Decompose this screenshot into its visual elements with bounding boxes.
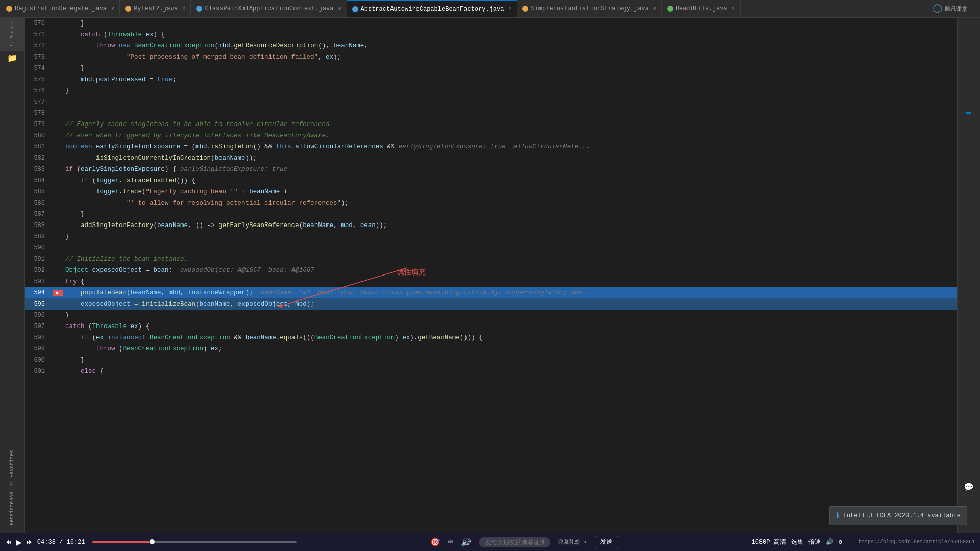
barrage-icon[interactable]: 🎯 [430, 537, 440, 547]
skip-forward-icon[interactable]: ⏭ [26, 538, 33, 546]
tab-label-abstractautowire: AbstractAutowireCapableBeanFactory.java [361, 6, 504, 13]
quality-label[interactable]: 1080P 高清 [752, 538, 786, 546]
line-num-588: 588 [24, 222, 53, 229]
line-num-600: 600 [24, 357, 53, 364]
code-line-600: 600 } [24, 355, 957, 366]
line-code-580: // even when triggered by lifecycle inte… [63, 130, 957, 141]
tab-simpleinstantiation[interactable]: SimpleInstantiationStrategy.java × [517, 0, 662, 18]
speed-label[interactable]: 倍速 [808, 538, 821, 546]
tab-close-classpathxml[interactable]: × [338, 6, 341, 12]
code-line-584: 584 if (logger.isTraceEnabled()) { [24, 175, 957, 186]
line-num-587: 587 [24, 211, 53, 218]
tab-classpathxml[interactable]: ClassPathXmlApplicationContext.java × [191, 0, 347, 18]
code-area: 570 } 571 catch (Throwable ex) { 572 thr… [24, 18, 957, 533]
tab-close-beanutils[interactable]: × [732, 6, 735, 12]
code-line-592: 592 Object exposedObject = bean; exposed… [24, 265, 957, 276]
line-num-579: 579 [24, 121, 53, 128]
tab-label-mytest2: MyTest2.java [134, 5, 178, 12]
notification-text: IntelliJ IDEA 2020.1.4 available [843, 512, 961, 519]
fullscreen-icon[interactable]: ⛶ [847, 538, 853, 546]
code-line-581: 581 boolean earlySingletonExposure = (mb… [24, 141, 957, 153]
project-icon[interactable]: 📁 [7, 53, 17, 63]
tab-close-abstractautowire[interactable]: × [508, 6, 511, 12]
code-line-582: 582 isSingletonCurrentlyInCreation(beanN… [24, 153, 957, 164]
tab-abstractautowire[interactable]: AbstractAutowireCapableBeanFactory.java … [347, 0, 518, 18]
tab-label-simpleinstantiation: SimpleInstantiationStrategy.java [531, 5, 648, 12]
right-sidebar-icon-chat[interactable]: 💬 [964, 482, 974, 492]
line-code-593: try { [63, 276, 957, 287]
code-line-593: 593 try { [24, 276, 957, 287]
line-code-595: exposedObject = initializeBean(beanName,… [63, 298, 957, 310]
tab-close-mytest2[interactable]: × [182, 6, 185, 12]
tab-icon-mytest2 [125, 6, 131, 12]
line-num-575: 575 [24, 76, 53, 83]
line-gutter-594: ▶ [53, 290, 63, 296]
persistence-section[interactable]: Persistence [9, 492, 15, 525]
code-line-589: 589 } [24, 231, 957, 242]
volume-icon[interactable]: 🔊 [826, 538, 834, 546]
url-display: https://blog.csdn.net/article/45150361 [859, 539, 975, 545]
player-controls: ⏮ ▶ ⏭ 04:38 / 16:21 [5, 537, 85, 548]
code-line-572: 572 throw new BeanCreationException(mbd.… [24, 40, 957, 52]
progress-bar-fill [92, 541, 150, 543]
code-line-573: 573 "Post-processing of merged bean defi… [24, 52, 957, 63]
line-code-591: // Initialize the bean instance. [63, 254, 957, 265]
code-line-580: 580 // even when triggered by lifecycle … [24, 130, 957, 141]
line-code-600: } [63, 355, 957, 366]
scroll-indicator-blue [966, 112, 971, 114]
line-code-587: } [63, 209, 957, 220]
line-num-583: 583 [24, 166, 53, 173]
line-code-589: } [63, 231, 957, 242]
line-num-595: 595 [24, 300, 53, 308]
breadcrumb-sidebar: 1: Project [0, 18, 24, 51]
notification-box: ℹ IntelliJ IDEA 2020.1.4 available [829, 506, 967, 525]
line-num-597: 597 [24, 323, 53, 330]
line-code-586: "' to allow for resolving potential circ… [63, 197, 957, 209]
code-line-579: 579 // Eagerly cache singletons to be ab… [24, 119, 957, 130]
code-line-577: 577 [24, 96, 957, 108]
code-line-596: 596 } [24, 310, 957, 321]
send-button[interactable]: 发送 [595, 536, 618, 548]
line-code-583: if (earlySingletonExposure) { earlySingl… [63, 164, 957, 175]
line-num-570: 570 [24, 20, 53, 27]
barrage-section: 🎯 ⌨ 🔊 弹幕礼欢 > 发送 [304, 536, 744, 548]
code-line-591: 591 // Initialize the bean instance. [24, 254, 957, 265]
line-code-582: isSingletonCurrentlyInCreation(beanName)… [63, 153, 957, 164]
line-code-596: } [63, 310, 957, 321]
code-line-594: 594 ▶ populateBean(beanName, mbd, instan… [24, 287, 957, 298]
code-line-590: 590 [24, 242, 957, 254]
line-num-586: 586 [24, 199, 53, 207]
code-line-571: 571 catch (Throwable ex) { [24, 29, 957, 40]
tab-close-registration[interactable]: × [111, 6, 114, 12]
line-code-581: boolean earlySingletonExposure = (mbd.is… [63, 141, 957, 153]
select-label[interactable]: 选集 [791, 538, 803, 546]
notification-icon: ℹ [836, 511, 839, 521]
tab-mytest2[interactable]: MyTest2.java × [120, 0, 191, 18]
barrage-input[interactable] [479, 537, 550, 547]
keyboard-icon[interactable]: ⌨ [448, 537, 453, 547]
favorites-section[interactable]: 2: Favorites [9, 450, 15, 487]
line-num-584: 584 [24, 177, 53, 184]
tab-beanutils[interactable]: BeanUtils.java × [662, 0, 741, 18]
code-content: 570 } 571 catch (Throwable ex) { 572 thr… [24, 18, 957, 533]
code-line-575: 575 mbd.postProcessed = true; [24, 74, 957, 85]
speaker-icon[interactable]: 🔊 [461, 537, 471, 547]
annotation-text-属性填充: 属性填充 [397, 268, 426, 277]
code-line-601: 601 else { [24, 366, 957, 377]
code-line-595: 595 exposedObject = initializeBean(beanN… [24, 298, 957, 310]
line-code-598: if (ex instanceof BeanCreationException … [63, 332, 957, 343]
settings-icon[interactable]: ⚙ [839, 538, 842, 546]
line-num-585: 585 [24, 188, 53, 195]
line-num-581: 581 [24, 143, 53, 151]
line-code-573: "Post-processing of merged bean definiti… [63, 52, 957, 63]
line-num-599: 599 [24, 345, 53, 353]
tab-icon-abstractautowire [352, 6, 358, 12]
barrage-button[interactable]: 弹幕礼欢 > [558, 538, 587, 546]
line-code-601: else { [63, 366, 957, 377]
play-icon[interactable]: ▶ [16, 537, 22, 548]
tab-close-simpleinstantiation[interactable]: × [653, 6, 656, 12]
skip-back-icon[interactable]: ⏮ [5, 538, 12, 546]
progress-bar-container[interactable] [92, 541, 297, 543]
tab-registration[interactable]: RegistrationDelegate.java × [1, 0, 120, 18]
line-num-571: 571 [24, 31, 53, 38]
